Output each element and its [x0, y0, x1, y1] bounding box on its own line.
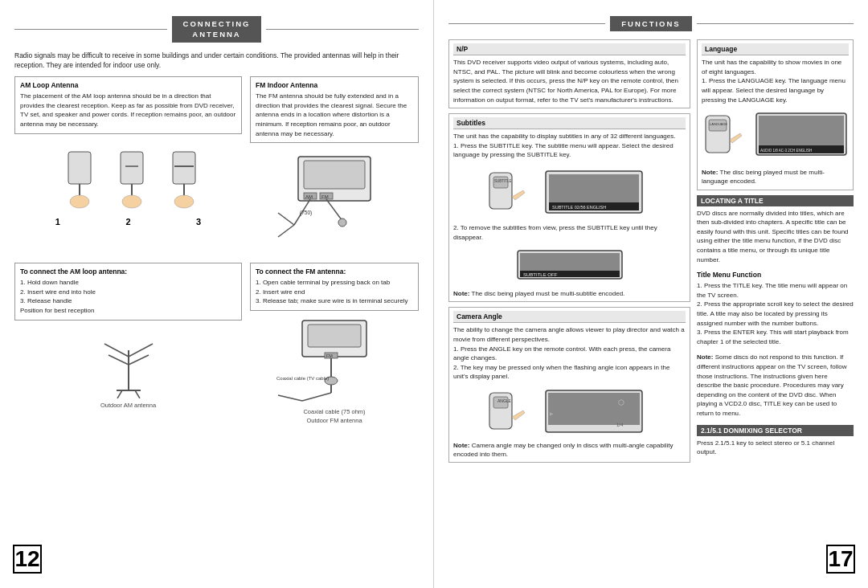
right-col-left: N/P This DVD receiver supports video out…: [448, 39, 690, 571]
svg-text:1/4: 1/4: [616, 423, 624, 427]
np-body: This DVD receiver supports video output …: [453, 58, 686, 104]
svg-text:⬡: ⬡: [618, 398, 624, 406]
connect-am-body: 1. Hold down handle 2. Insert wire end i…: [20, 278, 236, 315]
connect-fm-box: To connect the FM antenna: 1. Open cable…: [250, 263, 419, 311]
title-menu-title: Title Menu Function: [697, 271, 854, 279]
coaxial-section: FM Coaxial cable (TV cable) Coaxial cabl…: [250, 316, 419, 424]
svg-line-30: [135, 390, 140, 398]
left-top-cols: AM Loop Antenna The placement of the AM …: [14, 76, 419, 259]
svg-text:SUBTITLE: SUBTITLE: [494, 179, 512, 183]
donmixing-body: Press 2.1/5.1 key to select stereo or 5.…: [697, 439, 854, 457]
coaxial-cable-caption: Coaxial cable (75 ohm): [250, 408, 419, 415]
svg-rect-56: [548, 393, 640, 425]
subtitles-title: Subtitles: [453, 117, 686, 129]
left-middle-cols: To connect the AM loop antenna: 1. Hold …: [14, 263, 419, 429]
note-block: Note: Some discs do not respond to this …: [697, 353, 854, 418]
svg-line-25: [129, 344, 153, 357]
outdoor-am-svg: [64, 326, 193, 398]
am-loop-body: The placement of the AM loop antenna sho…: [20, 92, 236, 129]
outdoor-am-caption: Outdoor AM antenna: [14, 402, 242, 409]
svg-line-40: [278, 395, 302, 401]
right-page-columns: N/P This DVD receiver supports video out…: [448, 39, 854, 571]
svg-point-21: [338, 218, 346, 227]
language-note: Note: The disc being played must be mult…: [702, 168, 849, 186]
coaxial-diagram: FM Coaxial cable (TV cable) Coaxial cabl…: [250, 316, 419, 424]
right-header-banner: FUNCTIONS: [448, 16, 854, 31]
connect-am-title: To connect the AM loop antenna:: [20, 267, 236, 276]
svg-line-20: [326, 199, 342, 221]
camera-note: Note: Camera angle may be changed only i…: [453, 441, 686, 459]
connect-am-section: To connect the AM loop antenna: 1. Hold …: [14, 263, 242, 429]
svg-line-24: [104, 344, 129, 357]
fm-center-diagram: AM FM (750): [250, 149, 419, 255]
subtitles-section: Subtitles The unit has the capability to…: [448, 113, 690, 302]
intro-paragraph: Radio signals may be difficult to receiv…: [14, 51, 419, 71]
right-col-right: Language The unit has the capability to …: [697, 39, 854, 571]
fm-indoor-section: FM Indoor Antenna The FM antenna should …: [250, 76, 419, 259]
subtitle-off-diagram: SUBTITLE OFF: [453, 247, 686, 284]
left-header-text: CONNECTING ANTENNA: [172, 16, 262, 43]
right-page: FUNCTIONS N/P This DVD receiver supports…: [434, 0, 868, 588]
svg-rect-64: [759, 116, 844, 148]
language-svg: LANGUAGE AUDIO 1/8 AC-3 2CH ENGLISH: [702, 109, 850, 161]
svg-line-19: [278, 225, 294, 237]
subtitle-svg: SUBTITLE SUBTITLE 02/56 ENGLISH: [481, 165, 658, 217]
left-page: CONNECTING ANTENNA Radio signals may be …: [0, 0, 434, 588]
svg-text:ANGLE: ANGLE: [497, 398, 512, 403]
svg-text:Coaxial cable (TV cable): Coaxial cable (TV cable): [276, 376, 329, 381]
am-step-diagrams: 1 2 3: [14, 140, 242, 227]
angle-diagram: ANGLE ⬡ ▶ 1/4: [453, 386, 686, 436]
svg-text:AUDIO 1/8 AC-3 2CH ENGLISH: AUDIO 1/8 AC-3 2CH ENGLISH: [760, 149, 812, 153]
language-body: The unit has the capability to show movi…: [702, 58, 849, 104]
subtitle-diagram: SUBTITLE SUBTITLE 02/56 ENGLISH: [453, 165, 686, 218]
note-block-body: Note: Some discs do not respond to this …: [697, 353, 854, 418]
am-loop-title: AM Loop Antenna: [20, 81, 236, 89]
svg-text:AM: AM: [305, 194, 313, 199]
connect-fm-title: To connect the FM antenna:: [256, 267, 413, 276]
am-steps-svg: [44, 140, 213, 212]
np-section: N/P This DVD receiver supports video out…: [448, 39, 690, 108]
page-number-12: 12: [13, 545, 42, 574]
connect-fm-body: 1. Open cable terminal by pressing back …: [256, 278, 413, 306]
locating-title-body: DVD discs are normally divided into titl…: [697, 209, 854, 265]
svg-text:FM: FM: [326, 353, 333, 358]
left-header-banner: CONNECTING ANTENNA: [14, 16, 419, 43]
outdoor-fm-caption: Outdoor FM antenna: [250, 417, 419, 424]
subtitle-body2: 2. To remove the subtitles from view, pr…: [453, 223, 686, 242]
fm-diagram-svg: AM FM (750): [254, 149, 415, 253]
donmixing-section: 2.1/5.1 DONMIXING SELECTOR Press 2.1/5.1…: [697, 425, 854, 457]
am-loop-box: AM Loop Antenna The placement of the AM …: [14, 76, 242, 133]
language-title: Language: [702, 43, 849, 55]
right-header-text: FUNCTIONS: [610, 16, 691, 31]
page: CONNECTING ANTENNA Radio signals may be …: [0, 0, 868, 588]
svg-text:SUBTITLE OFF: SUBTITLE OFF: [523, 272, 558, 277]
svg-point-6: [122, 195, 141, 208]
svg-rect-45: [549, 174, 639, 206]
svg-point-10: [174, 195, 194, 208]
coaxial-svg: FM Coaxial cable (TV cable): [254, 316, 415, 405]
page-number-17: 17: [826, 545, 855, 574]
camera-angle-title: Camera Angle: [453, 311, 686, 323]
svg-rect-49: [520, 253, 620, 273]
svg-text:FM: FM: [321, 194, 329, 199]
svg-text:▶: ▶: [550, 411, 554, 416]
am-loop-section: AM Loop Antenna The placement of the AM …: [14, 76, 242, 259]
camera-angle-section: Camera Angle The ability to change the c…: [448, 307, 690, 463]
svg-rect-3: [121, 152, 143, 184]
svg-line-39: [302, 393, 331, 401]
subtitle-note: Note: The disc being played must be mult…: [453, 289, 686, 298]
outdoor-am-diagram: Outdoor AM antenna: [14, 326, 242, 409]
np-title: N/P: [453, 43, 686, 55]
step-numbers: 1 2 3: [14, 217, 242, 227]
fm-indoor-title: FM Indoor Antenna: [256, 81, 413, 89]
svg-line-18: [278, 213, 294, 225]
svg-rect-32: [308, 325, 361, 347]
subtitle-off-svg: SUBTITLE OFF: [510, 247, 630, 283]
title-menu-section: Title Menu Function 1. Press the TITLE k…: [697, 271, 854, 346]
fm-indoor-body: The FM antenna should be fully extended …: [256, 92, 413, 138]
svg-rect-0: [68, 152, 91, 184]
svg-point-2: [70, 195, 89, 208]
svg-text:SUBTITLE 02/56 ENGLISH: SUBTITLE 02/56 ENGLISH: [552, 205, 606, 210]
svg-line-29: [117, 390, 122, 398]
camera-angle-body: The ability to change the camera angle a…: [453, 325, 686, 382]
